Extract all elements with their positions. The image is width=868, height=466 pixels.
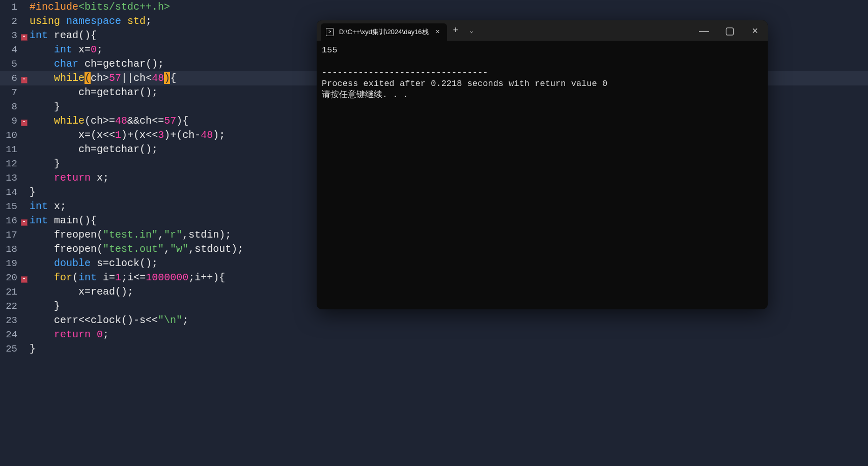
code-content[interactable]: } <box>29 157 60 171</box>
terminal-tab-title: D:\C++\xyd集训\2024\day16栈 <box>339 27 429 37</box>
fold-gutter[interactable]: - <box>19 114 29 128</box>
code-content[interactable]: ch=getchar(); <box>29 85 158 100</box>
line-number: 5 <box>0 57 19 71</box>
code-content[interactable]: char ch=getchar(); <box>29 57 164 71</box>
line-number: 4 <box>0 43 19 57</box>
fold-gutter <box>19 313 29 328</box>
code-content[interactable]: } <box>29 185 36 199</box>
code-content[interactable]: using namespace std; <box>29 14 152 28</box>
tab-close-icon[interactable]: × <box>434 27 442 37</box>
line-number: 2 <box>0 14 19 28</box>
line-number: 16 <box>0 214 19 228</box>
code-content[interactable]: int x=0; <box>29 43 103 57</box>
tab-dropdown-icon[interactable]: ⌄ <box>464 27 479 35</box>
fold-gutter[interactable]: - <box>19 28 29 43</box>
code-content[interactable]: #include<bits/stdc++.h> <box>29 0 170 14</box>
fold-gutter <box>19 185 29 199</box>
code-content[interactable]: } <box>29 299 60 313</box>
fold-gutter <box>19 142 29 157</box>
code-content[interactable]: int x; <box>29 199 66 214</box>
code-line[interactable]: 23 cerr<<clock()-s<<"\n"; <box>0 313 868 328</box>
fold-gutter[interactable]: - <box>19 71 29 85</box>
code-content[interactable]: while(ch>57||ch<48){ <box>29 71 176 85</box>
fold-gutter <box>19 157 29 171</box>
fold-gutter <box>19 228 29 242</box>
terminal-icon <box>326 28 334 36</box>
line-number: 10 <box>0 128 19 142</box>
fold-gutter <box>19 242 29 256</box>
fold-minus-icon[interactable]: - <box>21 219 27 226</box>
fold-gutter <box>19 199 29 214</box>
line-number: 9 <box>0 114 19 128</box>
line-number: 12 <box>0 157 19 171</box>
line-number: 19 <box>0 256 19 271</box>
line-number: 23 <box>0 313 19 328</box>
new-tab-button[interactable]: + <box>447 25 464 36</box>
fold-minus-icon[interactable]: - <box>21 77 27 83</box>
fold-gutter[interactable]: - <box>19 214 29 228</box>
terminal-tab[interactable]: D:\C++\xyd集训\2024\day16栈 × <box>321 23 447 41</box>
code-content[interactable]: double s=clock(); <box>29 256 158 271</box>
line-number: 24 <box>0 328 19 342</box>
code-content[interactable]: int main(){ <box>29 214 97 228</box>
code-content[interactable]: cerr<<clock()-s<<"\n"; <box>29 313 188 328</box>
fold-gutter <box>19 0 29 14</box>
code-content[interactable]: while(ch>=48&&ch<=57){ <box>29 114 188 128</box>
code-content[interactable]: for(int i=1;i<=1000000;i++){ <box>29 271 225 285</box>
code-content[interactable]: } <box>29 342 36 356</box>
fold-gutter <box>19 100 29 114</box>
line-number: 20 <box>0 271 19 285</box>
window-controls: — ▢ × <box>691 20 768 41</box>
line-number: 13 <box>0 171 19 185</box>
fold-minus-icon[interactable]: - <box>21 276 27 283</box>
fold-gutter[interactable]: - <box>19 271 29 285</box>
code-content[interactable]: freopen("test.in","r",stdin); <box>29 228 231 242</box>
code-content[interactable]: int read(){ <box>29 28 97 43</box>
fold-gutter <box>19 171 29 185</box>
line-number: 18 <box>0 242 19 256</box>
fold-gutter <box>19 43 29 57</box>
code-content[interactable]: ch=getchar(); <box>29 142 158 157</box>
fold-minus-icon[interactable]: - <box>21 34 27 41</box>
terminal-window: D:\C++\xyd集训\2024\day16栈 × + ⌄ — ▢ × 155… <box>317 20 768 309</box>
code-content[interactable]: return 0; <box>29 328 109 342</box>
code-line[interactable]: 25} <box>0 342 868 356</box>
line-number: 21 <box>0 285 19 299</box>
fold-gutter <box>19 128 29 142</box>
fold-minus-icon[interactable]: - <box>21 120 27 126</box>
fold-gutter <box>19 57 29 71</box>
fold-gutter <box>19 285 29 299</box>
close-button[interactable]: × <box>742 20 768 41</box>
line-number: 7 <box>0 85 19 100</box>
line-number: 3 <box>0 28 19 43</box>
fold-gutter <box>19 85 29 100</box>
line-number: 15 <box>0 199 19 214</box>
code-content[interactable]: x=read(); <box>29 285 133 299</box>
code-line[interactable]: 1#include<bits/stdc++.h> <box>0 0 868 14</box>
fold-gutter <box>19 299 29 313</box>
maximize-button[interactable]: ▢ <box>717 20 742 41</box>
code-content[interactable]: x=(x<<1)+(x<<3)+(ch-48); <box>29 128 225 142</box>
line-number: 17 <box>0 228 19 242</box>
code-content[interactable]: return x; <box>29 171 109 185</box>
line-number: 1 <box>0 0 19 14</box>
line-number: 6 <box>0 71 19 85</box>
code-line[interactable]: 24 return 0; <box>0 328 868 342</box>
line-number: 25 <box>0 342 19 356</box>
fold-gutter <box>19 342 29 356</box>
minimize-button[interactable]: — <box>691 20 717 41</box>
line-number: 8 <box>0 100 19 114</box>
line-number: 11 <box>0 142 19 157</box>
fold-gutter <box>19 256 29 271</box>
terminal-output[interactable]: 155 -------------------------------- Pro… <box>317 41 768 309</box>
code-content[interactable]: } <box>29 100 60 114</box>
code-content[interactable]: freopen("test.out","w",stdout); <box>29 242 243 256</box>
fold-gutter <box>19 328 29 342</box>
line-number: 14 <box>0 185 19 199</box>
line-number: 22 <box>0 299 19 313</box>
terminal-titlebar: D:\C++\xyd集训\2024\day16栈 × + ⌄ — ▢ × <box>317 20 768 41</box>
fold-gutter <box>19 14 29 28</box>
